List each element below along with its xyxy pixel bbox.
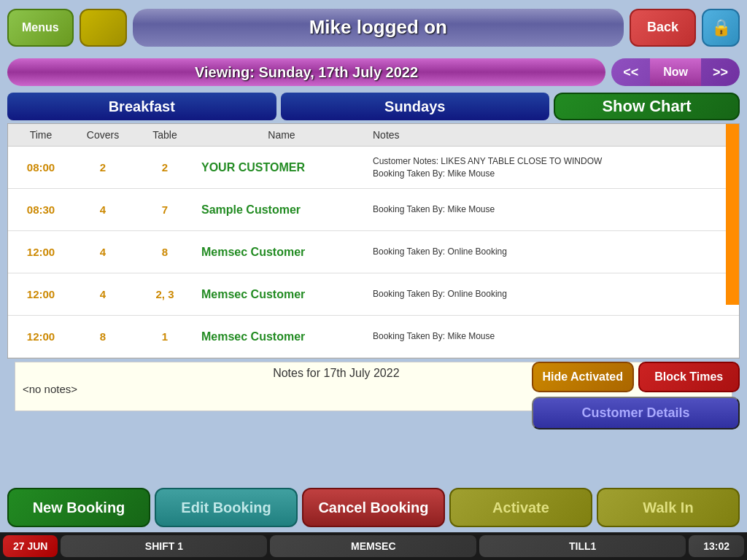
cell-time: 12:00	[8, 241, 74, 262]
cell-time: 08:00	[8, 157, 74, 178]
col-table: Table	[132, 127, 198, 143]
status-date: 27 JUN	[3, 535, 58, 557]
cell-notes: Customer Notes: LIKES ANY TABLE CLOSE TO…	[365, 151, 739, 184]
cell-name: YOUR CUSTOMER	[198, 157, 365, 179]
status-system: MEMSEC	[270, 535, 476, 557]
cell-notes: Booking Taken By: Online Booking	[365, 241, 739, 262]
cell-name: Memsec Customer	[198, 326, 365, 348]
col-notes: Notes	[365, 127, 739, 143]
tabs-row: Breakfast Sundays Show Chart	[0, 90, 747, 123]
scrollbar[interactable]	[726, 124, 739, 305]
cell-table: 2	[132, 157, 198, 178]
table-body: 08:00 2 2 YOUR CUSTOMER Customer Notes: …	[8, 147, 739, 358]
customer-details-button[interactable]: Customer Details	[532, 397, 740, 429]
viewing-label: Viewing: Sunday, 17th July 2022	[7, 58, 605, 86]
cell-table: 2, 3	[132, 284, 198, 305]
prev-button[interactable]: <<	[611, 58, 650, 86]
col-time: Time	[8, 127, 74, 143]
cell-table: 1	[132, 326, 198, 347]
back-button[interactable]: Back	[630, 9, 696, 47]
table-header: Time Covers Table Name Notes	[8, 124, 739, 147]
header: Menus Mike logged on Back 🔒	[0, 0, 747, 55]
cell-notes: Booking Taken By: Mike Mouse	[365, 199, 739, 220]
col-name: Name	[198, 127, 365, 143]
right-row1: Hide Activated Block Times	[532, 362, 740, 392]
viewing-bar: Viewing: Sunday, 17th July 2022 << Now >…	[0, 55, 747, 90]
lock-icon: 🔒	[711, 18, 731, 37]
status-till: TILL1	[479, 535, 686, 557]
tab-breakfast[interactable]: Breakfast	[7, 93, 276, 120]
right-panel: Hide Activated Block Times Customer Deta…	[532, 362, 740, 429]
app-title: Mike logged on	[133, 9, 624, 47]
cell-covers: 4	[74, 199, 132, 220]
block-times-button[interactable]: Block Times	[638, 362, 740, 392]
cell-time: 12:00	[8, 326, 74, 347]
cell-table: 7	[132, 199, 198, 220]
cell-name: Sample Customer	[198, 199, 365, 221]
lock-button[interactable]: 🔒	[702, 9, 740, 47]
menus-button[interactable]: Menus	[7, 9, 74, 47]
status-bar: 27 JUN SHIFT 1 MEMSEC TILL1 13:02	[0, 532, 747, 560]
cell-name: Memsec Customer	[198, 241, 365, 263]
yellow-button[interactable]	[80, 9, 127, 47]
cell-notes: Booking Taken By: Online Booking	[365, 284, 739, 305]
nav-group: << Now >>	[611, 58, 740, 86]
activate-button[interactable]: Activate	[449, 488, 592, 527]
cell-notes: Booking Taken By: Mike Mouse	[365, 326, 739, 347]
walk-in-button[interactable]: Walk In	[597, 488, 740, 527]
hide-activated-button[interactable]: Hide Activated	[532, 362, 634, 392]
cell-covers: 8	[74, 326, 132, 347]
next-button[interactable]: >>	[701, 58, 740, 86]
col-covers: Covers	[74, 127, 132, 143]
table-row[interactable]: 08:30 4 7 Sample Customer Booking Taken …	[8, 189, 739, 231]
status-shift: SHIFT 1	[61, 535, 267, 557]
table-row[interactable]: 12:00 4 2, 3 Memsec Customer Booking Tak…	[8, 273, 739, 316]
cell-time: 08:30	[8, 199, 74, 220]
cell-covers: 2	[74, 157, 132, 178]
table-row[interactable]: 12:00 8 1 Memsec Customer Booking Taken …	[8, 316, 739, 358]
edit-booking-button[interactable]: Edit Booking	[155, 488, 298, 527]
tab-sundays[interactable]: Sundays	[281, 93, 550, 120]
status-time: 13:02	[689, 535, 744, 557]
booking-table: Time Covers Table Name Notes 08:00 2 2 Y…	[7, 123, 740, 359]
cell-name: Memsec Customer	[198, 284, 365, 306]
new-booking-button[interactable]: New Booking	[7, 488, 150, 527]
cell-time: 12:00	[8, 284, 74, 305]
bottom-action-bar: New Booking Edit Booking Cancel Booking …	[0, 484, 747, 531]
table-row[interactable]: 08:00 2 2 YOUR CUSTOMER Customer Notes: …	[8, 147, 739, 189]
notes-area: Notes for 17th July 2022 <no notes> Edit…	[7, 362, 740, 411]
cell-covers: 4	[74, 284, 132, 305]
cell-covers: 4	[74, 241, 132, 262]
now-button[interactable]: Now	[650, 58, 701, 86]
table-row[interactable]: 12:00 4 8 Memsec Customer Booking Taken …	[8, 231, 739, 273]
cancel-booking-button[interactable]: Cancel Booking	[302, 488, 445, 527]
cell-table: 8	[132, 241, 198, 262]
show-chart-button[interactable]: Show Chart	[554, 93, 740, 120]
